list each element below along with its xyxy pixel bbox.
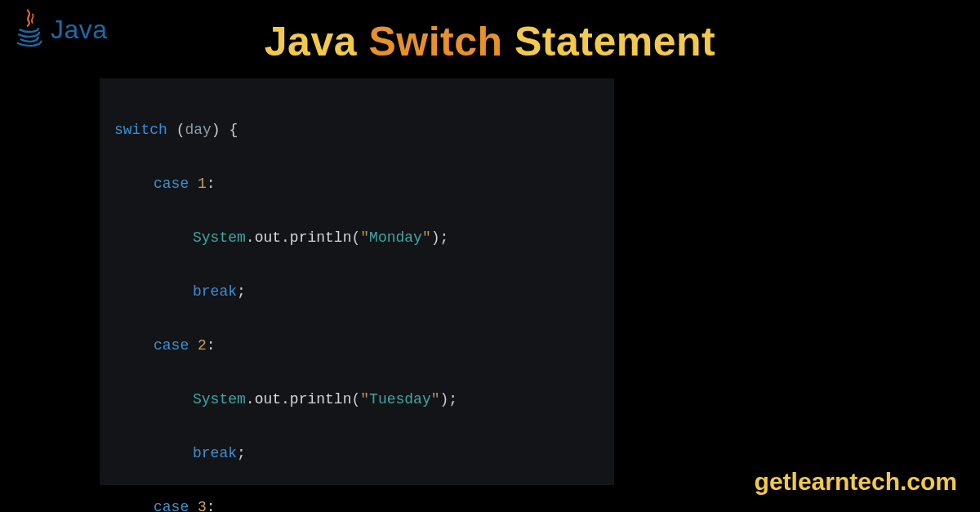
title-word-1: Java [265, 19, 357, 65]
kw-case: case [154, 176, 189, 192]
punct: ; [440, 229, 449, 246]
kw-case: case [154, 499, 189, 512]
punct: . [281, 391, 290, 407]
punct: ) [212, 122, 220, 138]
punct: ( [351, 391, 360, 407]
println: println [290, 391, 352, 407]
punct: . [246, 391, 255, 407]
var-day: day [185, 122, 211, 138]
num: 3 [198, 499, 207, 512]
punct: ) [431, 229, 440, 246]
punct: { [229, 122, 238, 138]
code-line: switch (day) { [114, 117, 599, 144]
kw-break: break [193, 283, 237, 300]
out: out [255, 229, 281, 246]
sys: System [193, 229, 246, 246]
code-line: break; [114, 278, 599, 305]
num: 1 [198, 176, 207, 192]
punct: . [246, 229, 255, 246]
punct: . [281, 229, 290, 246]
println: println [290, 229, 352, 246]
kw-break: break [193, 445, 237, 461]
page-title: Java Switch Statement [0, 18, 980, 65]
out: out [255, 391, 281, 407]
quote: " [431, 391, 440, 407]
sys: System [193, 391, 246, 407]
site-credit: getlearntech.com [755, 468, 957, 496]
punct: ( [176, 122, 185, 138]
quote: " [422, 229, 431, 246]
title-word-3: Statement [514, 19, 715, 65]
quote: " [360, 391, 369, 407]
punct: ( [351, 229, 360, 246]
punct: : [207, 176, 216, 192]
code-line: case 1: [114, 171, 599, 198]
str: Tuesday [369, 391, 431, 407]
punct: ; [237, 283, 246, 300]
code-line: case 3: [114, 494, 599, 512]
code-line: System.out.println("Tuesday"); [114, 386, 599, 413]
punct: : [207, 337, 216, 354]
str: Monday [369, 229, 422, 246]
code-line: break; [114, 440, 599, 467]
punct: ; [448, 391, 457, 407]
code-block: switch (day) { case 1: System.out.printl… [100, 78, 614, 485]
code-line: case 2: [114, 332, 599, 359]
code-line: System.out.println("Monday"); [114, 225, 599, 252]
kw-switch: switch [114, 122, 167, 138]
punct: : [207, 499, 216, 512]
punct: ) [440, 391, 449, 407]
num: 2 [198, 337, 207, 354]
title-word-2: Switch [368, 19, 502, 65]
punct: ; [237, 445, 246, 461]
kw-case: case [154, 337, 189, 354]
quote: " [360, 229, 369, 246]
